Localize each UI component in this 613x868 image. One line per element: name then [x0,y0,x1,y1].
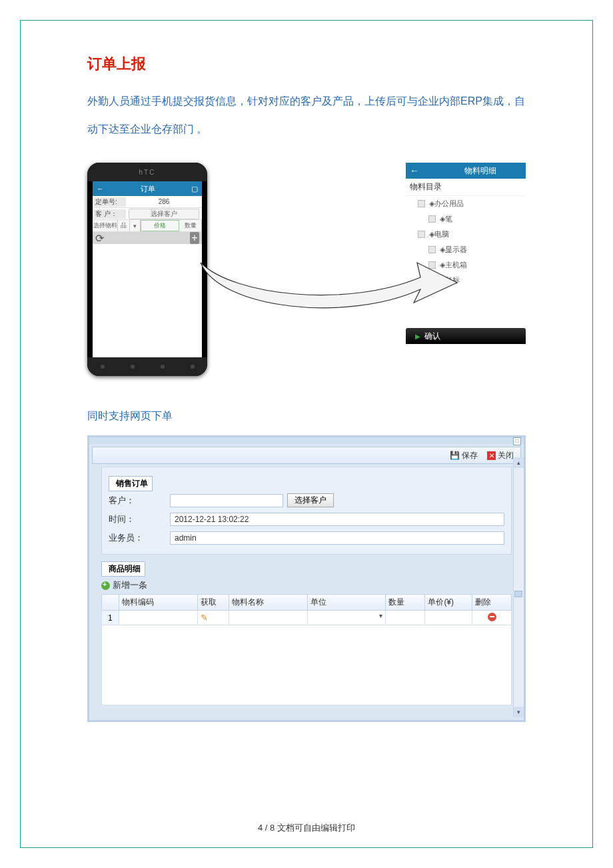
filter-material[interactable]: 选择物料 [93,220,118,231]
subheading: 同时支持网页下单 [87,409,526,423]
col-code: 物料编码 [119,595,197,611]
phone-nav [87,357,207,376]
section2-legend[interactable]: 商品明细 [101,561,145,577]
close-button[interactable]: ✕ 关闭 [487,450,514,461]
cell-qty[interactable] [386,611,425,625]
section2-title: 商品明细 [109,563,141,575]
col-delete: 删除 [472,595,512,611]
edit-icon: ✎ [201,613,208,623]
order-no-label: 定单号: [93,197,126,207]
document-page: 订单上报 外勤人员通过手机提交报货信息，针对对应的客户及产品，上传后可与企业内部… [20,20,593,848]
figure-row: hTC ← 订单 ▢ 定单号: 286 客 户： 选择客户 选择物料 [87,163,526,376]
time-label: 时间： [109,513,170,525]
col-unit: 单位 [307,595,386,611]
nav-back-icon[interactable] [101,365,105,369]
tree-cat-computer[interactable]: ◈ 电脑 [406,227,526,242]
time-field-row: 时间： 2012-12-21 13:02:22 [109,510,504,529]
staff-label: 业务员： [109,532,170,544]
customer-label: 客 户： [93,209,126,219]
filter-row: 选择物料 品 ▾ 价格 数量 [93,220,202,232]
scroll-up-icon[interactable]: ▴ [514,457,524,468]
nav-home-icon[interactable] [131,365,135,369]
customer-input[interactable] [170,494,283,507]
save-icon: 💾 [450,451,460,460]
section1-title: 销售订单 [116,478,148,489]
nav-recent-icon[interactable] [161,365,165,369]
scroll-down-icon[interactable]: ▾ [514,707,524,717]
cell-fetch[interactable]: ✎ [197,611,229,625]
tree-item-pen[interactable]: ◈ 笔 [406,211,526,227]
tree-header: ← 物料明细 [406,163,526,179]
nav-search-icon[interactable] [191,365,195,369]
plus-icon [101,581,110,590]
close-icon: ✕ [487,451,496,460]
app-header: ← 订单 ▢ [93,181,202,196]
sales-order-section: 销售订单 客户： 选择客户 时间： 2012-12-21 13:02:22 业务… [101,467,512,555]
save-icon[interactable]: ▢ [191,185,198,193]
row-number: 1 [102,611,119,625]
scrollbar[interactable]: ▴ ▾ [513,457,524,717]
tree-root: 物料目录 [406,179,526,196]
product-detail-section: 商品明细 新增一条 物料编码 获取 物料名称 单位 数量 单价(¥) 删除 [101,560,512,706]
add-icon[interactable]: + [190,232,199,244]
save-button[interactable]: 💾 保存 [450,450,478,461]
filter-qty[interactable]: 数量 [179,220,202,231]
cell-delete[interactable] [472,611,512,625]
scroll-thumb[interactable] [514,591,522,597]
page-footer: 4 / 8 文档可自由编辑打印 [21,822,592,834]
save-label: 保存 [462,450,478,461]
app-title: 订单 [141,184,155,194]
flow-arrow [181,256,460,316]
col-rownum [102,595,119,611]
back-icon[interactable]: ← [97,185,104,193]
action-bar: ⟳ + [93,232,202,244]
select-customer-button[interactable]: 选择客户 [287,493,334,507]
tree-title: 物料明细 [464,165,496,177]
phone-brand: hTC [139,169,156,176]
col-qty: 数量 [386,595,425,611]
order-no-value: 286 [126,198,202,205]
col-fetch: 获取 [197,595,229,611]
delete-icon [488,613,496,621]
refresh-icon[interactable]: ⟳ [95,232,104,245]
col-price: 单价(¥) [425,595,472,611]
col-name: 物料名称 [229,595,307,611]
intro-text: 外勤人员通过手机提交报货信息，针对对应的客户及产品，上传后可与企业内部ERP集成… [87,87,526,143]
filter-spec[interactable]: 品 [118,220,130,231]
phone-top: hTC [87,163,207,181]
staff-field-row: 业务员： admin [109,529,504,547]
customer-label: 客户： [109,495,170,507]
grid-empty-area [101,625,512,705]
close-label: 关闭 [498,450,514,461]
tree-item-monitor[interactable]: ◈ 显示器 [406,242,526,257]
maximize-icon[interactable]: □ [513,437,521,445]
add-row-button[interactable]: 新增一条 [101,577,512,594]
section-legend[interactable]: 销售订单 [109,476,153,491]
toolbar: 💾 保存 ✕ 关闭 [92,447,521,464]
cell-name[interactable] [229,611,307,625]
filter-dropdown-icon[interactable]: ▾ [130,220,141,231]
add-row-label: 新增一条 [113,579,147,591]
tree-cat-office[interactable]: ◈ 办公用品 [406,196,526,211]
filter-price[interactable]: 价格 [141,220,179,231]
staff-input[interactable]: admin [170,531,504,545]
web-order-form: □ 💾 保存 ✕ 关闭 销售订单 客户： 选择客户 时间： [87,435,526,722]
product-grid: 物料编码 获取 物料名称 单位 数量 单价(¥) 删除 1 ✎ [101,594,512,625]
cell-code[interactable] [119,611,197,625]
time-input[interactable]: 2012-12-21 13:02:22 [170,513,504,526]
page-title: 订单上报 [87,54,526,74]
tree-back-icon[interactable]: ← [410,165,419,176]
table-row: 1 ✎ [102,611,512,625]
customer-row: 客 户： 选择客户 [93,208,202,220]
cell-price[interactable] [425,611,472,625]
cell-unit[interactable] [307,611,386,625]
window-titlebar: □ [89,437,524,444]
customer-field-row: 客户： 选择客户 [109,491,504,510]
select-customer-button[interactable]: 选择客户 [129,209,199,219]
order-number-row: 定单号: 286 [93,196,202,208]
